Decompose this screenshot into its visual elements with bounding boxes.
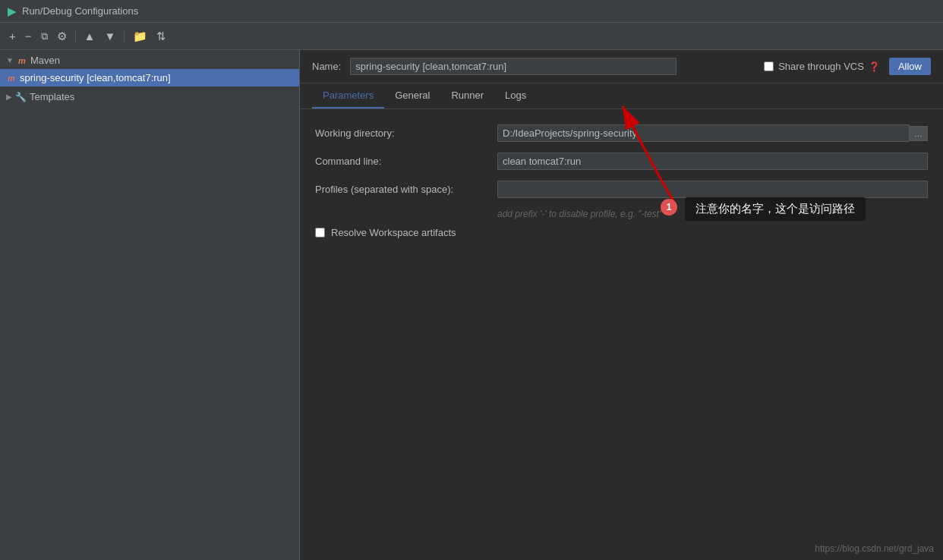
right-panel: Name: Share through VCS ❓ Allow Paramete… (300, 50, 943, 560)
templates-label: Templates (30, 91, 74, 102)
share-vcs-label: Share through VCS (778, 61, 864, 72)
chevron-down-icon: ▼ (6, 56, 14, 64)
working-dir-browse-button[interactable]: … (910, 126, 928, 141)
title-bar: ▶ Run/Debug Configurations (0, 0, 943, 23)
selected-config-item[interactable]: m spring-security [clean,tomcat7:run] (0, 69, 299, 87)
tab-runner[interactable]: Runner (440, 83, 494, 109)
allow-button[interactable]: Allow (889, 58, 931, 75)
folder-button[interactable]: 📁 (130, 28, 150, 45)
resolve-workspace-checkbox[interactable] (315, 228, 325, 238)
bottom-link: https://blog.csdn.net/grd_java (815, 543, 934, 554)
name-field-label: Name: (312, 61, 341, 72)
callout-number: 1 (661, 199, 677, 216)
command-line-input[interactable] (497, 153, 928, 170)
app-icon: ▶ (8, 5, 16, 17)
parameters-content: Working directory: … Command line: Profi… (300, 109, 943, 560)
callout-container: 1 注意你的名字，这个是访问路径 (661, 197, 866, 221)
profiles-row: Profiles (separated with space): (315, 181, 928, 198)
add-button[interactable]: + (6, 28, 19, 44)
share-vcs-checkbox[interactable] (764, 61, 774, 71)
maven-group[interactable]: ▼ m Maven (0, 50, 299, 69)
name-row: Name: Share through VCS ❓ Allow (300, 50, 943, 83)
resolve-workspace-label: Resolve Workspace artifacts (331, 227, 456, 238)
wrench-icon: 🔧 (15, 92, 27, 102)
left-panel: ▼ m Maven m spring-security [clean,tomca… (0, 50, 300, 560)
tabs-bar: Parameters General Runner Logs (300, 83, 943, 109)
settings-button[interactable]: ⚙ (54, 28, 70, 45)
window-title: Run/Debug Configurations (22, 5, 138, 17)
tab-parameters[interactable]: Parameters (312, 83, 384, 109)
help-icon[interactable]: ❓ (869, 61, 880, 72)
working-dir-label: Working directory: (315, 127, 497, 139)
callout-text: 注意你的名字，这个是访问路径 (685, 197, 866, 221)
working-dir-row: Working directory: … (315, 124, 928, 142)
tab-general[interactable]: General (384, 83, 440, 109)
maven-icon: m (17, 55, 27, 66)
resolve-workspace-row: Resolve Workspace artifacts (315, 227, 928, 238)
vcs-share-area: Share through VCS ❓ (764, 61, 880, 72)
templates-group[interactable]: ▶ 🔧 Templates (0, 87, 299, 105)
toolbar-separator-2 (124, 30, 125, 43)
toolbar-separator-1 (75, 30, 76, 43)
sort-button[interactable]: ⇅ (153, 28, 169, 45)
remove-button[interactable]: − (22, 28, 35, 44)
command-line-row: Command line: (315, 153, 928, 170)
maven-group-label: Maven (30, 55, 60, 66)
move-up-button[interactable]: ▲ (81, 28, 99, 44)
toolbar: + − ⧉ ⚙ ▲ ▼ 📁 ⇅ (0, 23, 943, 50)
profiles-input[interactable] (497, 181, 928, 198)
main-layout: ▼ m Maven m spring-security [clean,tomca… (0, 50, 943, 560)
working-dir-input[interactable] (497, 124, 910, 142)
copy-button[interactable]: ⧉ (38, 29, 51, 44)
chevron-right-icon: ▶ (6, 93, 12, 101)
profiles-label: Profiles (separated with space): (315, 184, 497, 195)
command-line-label: Command line: (315, 156, 497, 167)
move-down-button[interactable]: ▼ (101, 28, 118, 44)
maven-item-icon: m (6, 73, 17, 83)
tab-logs[interactable]: Logs (494, 83, 537, 109)
selected-config-label: spring-security [clean,tomcat7:run] (20, 72, 171, 83)
name-input[interactable] (350, 58, 676, 75)
